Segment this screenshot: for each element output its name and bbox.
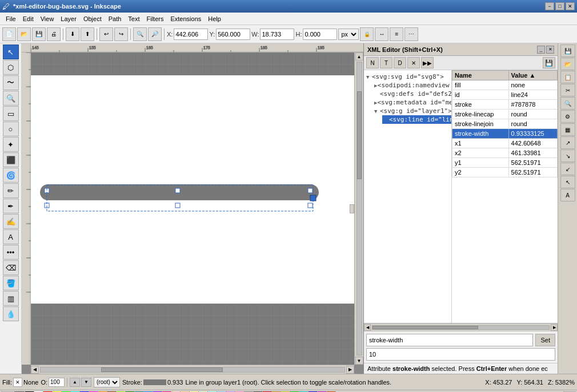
zoom-tool[interactable]: 🔍: [3, 91, 19, 106]
gradient-tool[interactable]: ▥: [3, 291, 19, 306]
star-tool[interactable]: ✦: [3, 137, 19, 152]
new-button[interactable]: 📄: [2, 27, 16, 41]
zoom-out-button[interactable]: 🔎: [148, 27, 162, 41]
xml-new-text[interactable]: T: [380, 57, 392, 68]
pen-tool[interactable]: ✒: [3, 199, 19, 213]
status-dropdown[interactable]: (root): [94, 377, 120, 387]
rect-tool[interactable]: ▭: [3, 106, 19, 121]
print-button[interactable]: 🖨: [47, 27, 61, 41]
select-tool[interactable]: ↖: [3, 45, 19, 59]
3d-box-tool[interactable]: ⬛: [3, 152, 19, 167]
snap-btn-12[interactable]: A: [560, 189, 575, 201]
xml-duplicate[interactable]: D: [394, 57, 406, 68]
xml-attr-name-input[interactable]: [366, 334, 533, 346]
spray-tool[interactable]: •••: [3, 245, 19, 260]
attr-row-y1[interactable]: y1 562.51971: [452, 158, 558, 168]
scroll-up-btn[interactable]: ▲: [355, 52, 363, 60]
attr-row-stroke-width[interactable]: stroke-width 0.93333125: [452, 129, 558, 139]
scroll-down-btn[interactable]: ▼: [355, 357, 363, 365]
save-button[interactable]: 💾: [32, 27, 46, 41]
h-scroll-thumb[interactable]: [101, 367, 223, 372]
spiral-tool[interactable]: 🌀: [3, 168, 19, 183]
open-button[interactable]: 📂: [17, 27, 31, 41]
snap-btn-3[interactable]: 📋: [560, 71, 575, 83]
text-tool[interactable]: A: [3, 229, 19, 244]
v-scroll-track[interactable]: [356, 62, 362, 355]
h-scroll-track[interactable]: [40, 367, 345, 373]
menu-object[interactable]: Object: [80, 14, 105, 23]
unit-select[interactable]: px mm in: [338, 29, 359, 40]
tree-item-line24[interactable]: <svg:line id="line24">: [382, 115, 452, 124]
xml-tree[interactable]: ▼ <svg:svg id="svg8"> ▶ <sodipodi:namedv…: [364, 70, 452, 323]
attr-row-y2[interactable]: y2 562.51971: [452, 168, 558, 177]
menu-extensions[interactable]: Extensions: [167, 14, 205, 23]
toggle-layer1[interactable]: ▼: [374, 108, 380, 114]
xml-h-scroll-track[interactable]: [372, 325, 550, 330]
undo-button[interactable]: ↩: [99, 27, 113, 41]
tweak-tool[interactable]: 〜: [3, 75, 19, 90]
status-btn-1[interactable]: ▲: [70, 378, 80, 387]
status-btn-2[interactable]: ▼: [81, 378, 91, 387]
snap-btn-1[interactable]: 💾: [560, 45, 575, 57]
viewport-resize-handle[interactable]: [350, 204, 354, 213]
attr-row-stroke[interactable]: stroke #787878: [452, 100, 558, 110]
h-input[interactable]: [303, 29, 337, 40]
attr-row-stroke-linejoin[interactable]: stroke-linejoin round: [452, 119, 558, 129]
menu-text[interactable]: Text: [125, 14, 143, 23]
snap-btn-9[interactable]: ↘: [560, 149, 575, 162]
menu-view[interactable]: View: [37, 14, 58, 23]
xml-attr-value-input[interactable]: [366, 348, 555, 361]
canvas-viewport[interactable]: [31, 52, 354, 365]
xml-delete[interactable]: ✕: [407, 57, 420, 68]
xml-scroll-left[interactable]: ◀: [364, 324, 371, 331]
transform-btn[interactable]: ↔: [375, 27, 388, 41]
x-input[interactable]: [174, 29, 208, 40]
close-button[interactable]: ✕: [566, 2, 575, 10]
tree-item-sodipodi[interactable]: ▶ <sodipodi:namedview id=...: [374, 81, 452, 90]
attr-row-fill[interactable]: fill none: [452, 80, 558, 90]
tree-item-layer1[interactable]: ▼ <svg:g id="layer1">: [374, 107, 452, 115]
attr-row-id[interactable]: id line24: [452, 90, 558, 100]
calligraphy-tool[interactable]: ✍: [3, 214, 19, 229]
snap-btn-7[interactable]: ▦: [560, 123, 575, 136]
minimize-button[interactable]: −: [545, 2, 554, 10]
paint-bucket-tool[interactable]: 🪣: [3, 276, 19, 290]
menu-help[interactable]: Help: [205, 14, 225, 23]
node-tool[interactable]: ⬡: [3, 60, 19, 75]
snap-btn-8[interactable]: ↗: [560, 136, 575, 149]
snap-btn-5[interactable]: 🔍: [560, 97, 575, 110]
snap-btn-6[interactable]: ⚙: [560, 110, 575, 123]
toggle-svg-root[interactable]: ▼: [366, 74, 372, 80]
zoom-in-button[interactable]: 🔍: [133, 27, 147, 41]
attr-row-stroke-linecap[interactable]: stroke-linecap round: [452, 110, 558, 119]
menu-edit[interactable]: Edit: [19, 14, 37, 23]
attr-row-x1[interactable]: x1 442.60648: [452, 139, 558, 148]
export-button[interactable]: ⬆: [81, 27, 94, 41]
w-input[interactable]: [260, 29, 294, 40]
tree-item-metadata[interactable]: ▶ <svg:metadata id="metada...: [374, 98, 452, 107]
xml-more-options[interactable]: ▶▶: [421, 57, 434, 68]
attr-row-x2[interactable]: x2 461.33981: [452, 148, 558, 158]
tree-item-defs[interactable]: <svg:defs id="defs2">: [374, 90, 452, 98]
v-scroll-thumb[interactable]: [357, 91, 362, 179]
menu-path[interactable]: Path: [105, 14, 125, 23]
tree-item-svg-root[interactable]: ▼ <svg:svg id="svg8">: [366, 72, 452, 81]
more-btn[interactable]: ⋯: [404, 27, 418, 41]
fill-swatch[interactable]: ✕: [13, 378, 22, 387]
xml-minimize[interactable]: _: [537, 46, 545, 54]
snap-btn-2[interactable]: 📂: [560, 58, 575, 70]
xml-h-scroll-thumb[interactable]: [372, 326, 478, 329]
snap-btn-10[interactable]: ↙: [560, 163, 575, 175]
opacity-input[interactable]: [49, 378, 65, 387]
xml-set-button[interactable]: Set: [535, 334, 555, 346]
eyedropper-tool[interactable]: 💧: [3, 306, 19, 321]
snap-btn-11[interactable]: ↖: [560, 176, 575, 188]
snap-btn-4[interactable]: ✂: [560, 84, 575, 96]
import-button[interactable]: ⬇: [66, 27, 79, 41]
maximize-button[interactable]: □: [555, 2, 564, 10]
scroll-right-btn[interactable]: ▶: [346, 366, 354, 374]
menu-file[interactable]: File: [2, 14, 19, 23]
y-input[interactable]: [216, 29, 250, 40]
menu-layer[interactable]: Layer: [57, 14, 80, 23]
pencil-tool[interactable]: ✏: [3, 183, 19, 198]
